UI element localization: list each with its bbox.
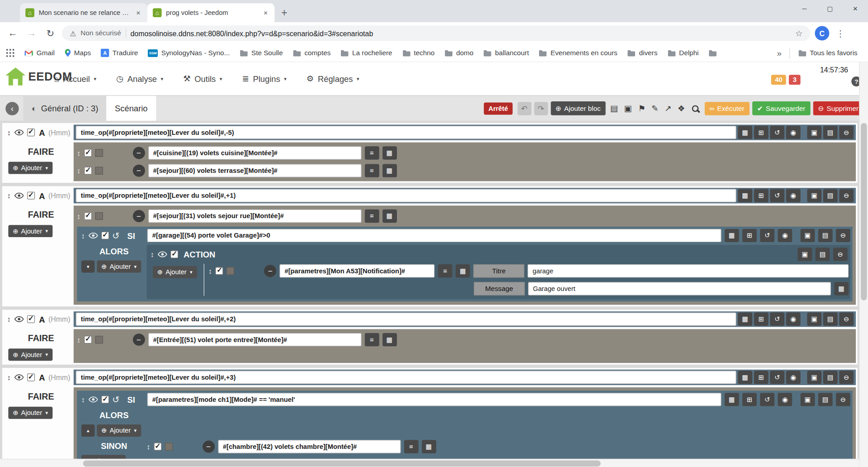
remove-action-button[interactable]: − [264,265,276,277]
url-text[interactable]: domosolinoise.ddns.net:8080/index.php?v=… [131,29,373,37]
board-button[interactable]: ⊞ [754,313,769,326]
history-button[interactable]: ↺ [760,393,774,406]
choose-command-button[interactable]: ≡ [364,333,379,346]
drag-handle-icon[interactable]: ↕ [208,267,212,275]
test-button[interactable]: ◉ [778,229,792,242]
keyboard-button[interactable]: ▦ [382,210,397,223]
action-command-input[interactable] [218,440,401,453]
bookmark-synologynas[interactable]: SynologyNas - Syno... [143,49,235,57]
copy-scenario-button[interactable]: ▣ [624,103,632,113]
log-button[interactable]: ▤ [610,103,618,113]
add-action-button[interactable]: ⊕ Ajouter ▾ [8,225,52,237]
history-button[interactable]: ↺ [770,189,784,202]
remove-action-button[interactable]: − [203,440,215,453]
enabled-checkbox[interactable] [27,315,34,323]
board-button[interactable]: ⊞ [742,229,757,242]
bookmark-star-icon[interactable]: ☆ [795,28,802,38]
si-condition-input[interactable] [147,229,722,242]
links-button[interactable]: ❖ [678,103,685,113]
copy-block-button[interactable]: ▣ [807,371,821,384]
vertical-scrollbar[interactable] [859,62,868,467]
add-action-button[interactable]: ⊕ Ajouter ▾ [8,348,52,361]
eye-icon[interactable] [14,129,24,136]
collapse-button[interactable]: ▾ [81,261,94,273]
test-button[interactable]: ◉ [786,371,801,384]
eye-icon[interactable] [14,316,24,323]
add-action-button[interactable]: ⊕ Ajouter ▾ [8,162,52,174]
reload-button[interactable]: ↻ [43,28,58,39]
tab-general[interactable]: ◐ Général (ID : 3) [23,95,106,121]
secondary-checkbox[interactable] [95,212,103,220]
keyboard-button[interactable]: ▦ [382,146,397,159]
choose-command-button[interactable]: ≡ [364,146,379,159]
save-button[interactable]: ✔ Sauvegarder [752,101,811,115]
secondary-checkbox[interactable] [95,167,103,175]
paste-block-button[interactable]: ▤ [816,248,830,261]
si-condition-input[interactable] [147,393,722,406]
remove-action-button[interactable]: − [132,334,145,346]
drag-handle-icon[interactable]: ↕ [151,250,154,258]
action-command-input[interactable] [148,333,361,346]
menu-analyse[interactable]: ◷ Analyse ▾ [116,74,163,84]
copy-block-button[interactable]: ▣ [801,393,815,406]
copy-block-button[interactable]: ▣ [801,229,815,242]
collapse-button[interactable]: ▴ [81,424,94,437]
window-maximize-button[interactable]: ▢ [817,0,842,18]
drag-handle-icon[interactable]: ↕ [7,128,11,136]
tab-close-icon[interactable]: ✕ [262,9,269,17]
bookmarks-overflow-icon[interactable]: » [773,48,786,58]
remove-block-button[interactable]: ⊖ [839,126,854,139]
paste-block-button[interactable]: ▤ [818,393,833,406]
secondary-checkbox[interactable] [226,267,234,275]
keyboard-button[interactable]: ▦ [382,164,397,177]
param-title-input[interactable] [528,264,849,277]
eye-icon[interactable] [157,251,167,258]
remove-action-button[interactable]: − [132,165,145,177]
bookmark-folder-divers[interactable]: divers [623,49,663,57]
remove-block-button[interactable]: ⊖ [839,371,854,384]
vertical-scrollbar-thumb[interactable] [861,123,867,300]
copy-block-button[interactable]: ▣ [807,313,821,326]
action-command-input[interactable] [280,264,435,277]
drag-handle-icon[interactable]: ↕ [7,191,11,200]
export-button[interactable]: ↗ [665,103,671,113]
horizontal-scrollbar[interactable] [0,459,859,467]
horizontal-scrollbar-thumb[interactable] [83,461,601,467]
address-bar[interactable]: ⚠ Non sécurisé domosolinoise.ddns.net:80… [62,25,811,41]
action-checkbox[interactable] [84,167,92,175]
window-minimize-button[interactable]: ─ [792,0,817,18]
choose-command-button[interactable]: ≡ [438,264,453,277]
recap-button[interactable]: ▦ [738,126,752,139]
eye-icon[interactable] [88,396,98,403]
history-button[interactable]: ↺ [760,229,774,242]
bookmark-folder-comptes[interactable]: comptes [288,49,336,57]
schedule-expression-input[interactable] [76,189,736,202]
drag-handle-icon[interactable]: ↕ [81,231,85,239]
bookmark-folder-evenements[interactable]: Evenements en cours [534,49,623,57]
test-button[interactable]: ◉ [786,313,801,326]
browser-tab-active[interactable]: ⌂ prog volets - Jeedom ✕ [147,3,275,22]
browser-menu-icon[interactable]: ⋮ [834,28,847,38]
board-button[interactable]: ⊞ [754,189,769,202]
test-button[interactable]: ◉ [778,393,792,406]
action-command-input[interactable] [148,164,361,177]
loop-icon[interactable]: ↺ [112,230,119,241]
copy-block-button[interactable]: ▣ [797,248,812,261]
tab-scenario[interactable]: Scénario [107,95,156,121]
choose-command-button[interactable]: ≡ [404,440,418,453]
add-action-button[interactable]: ⊕ Ajouter ▾ [81,455,125,459]
enabled-checkbox[interactable] [27,192,34,200]
paste-block-button[interactable]: ▤ [823,126,838,139]
drag-handle-icon[interactable]: ↕ [146,443,150,451]
eye-icon[interactable] [14,192,24,199]
eye-icon[interactable] [88,232,98,239]
test-button[interactable]: ◉ [786,189,801,202]
remove-block-button[interactable]: ⊖ [839,189,854,202]
bookmark-folder-trucs[interactable] [704,50,726,57]
schedule-expression-input[interactable] [76,313,736,326]
loop-icon[interactable]: ↺ [112,394,119,405]
paste-block-button[interactable]: ▤ [818,229,833,242]
param-message-input[interactable] [528,282,831,295]
error-count-badge[interactable]: 3 [789,75,800,85]
menu-reglages[interactable]: ⚙ Réglages ▾ [307,74,359,84]
